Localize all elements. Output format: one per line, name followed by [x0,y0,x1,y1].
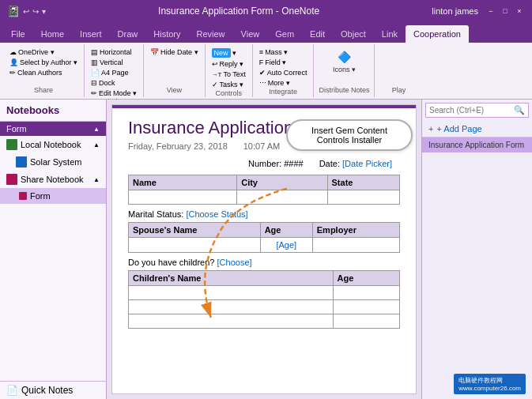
hide-date-button[interactable]: 📅 Hide Date ▾ [149,47,200,57]
sidebar-item-solar-system[interactable]: Solar System [0,153,106,171]
more-button[interactable]: ⋯ More ▾ [258,78,309,88]
collapse-local-icon: ▲ [93,141,100,149]
sidebar-quick-notes[interactable]: 📄 Quick Notes [0,381,106,399]
select-by-author-button[interactable]: 👤 Select by Author ▾ [8,58,79,67]
field-button[interactable]: F Field ▾ [258,58,309,67]
edit-mode-button[interactable]: ✏ Edit Mode ▾ [89,88,138,98]
name-cell[interactable] [129,190,237,205]
integrate-group-label: Integrate [269,88,297,97]
clean-icon: ✏ [9,69,16,77]
view-group-label: View [167,86,182,96]
marital-status-row: Marital Status: [Choose Status] [128,209,400,219]
children-row-3 [129,314,400,329]
table-row [129,190,400,205]
tasks-button[interactable]: ✓ Tasks ▾ [210,80,247,89]
child-age-1[interactable] [333,286,399,300]
local-notebook-icon [6,139,17,150]
solar-icon [16,156,27,168]
title-bar: 📓 ↩ ↪ ▾ Insurance Application Form - One… [0,0,532,22]
date-row: Date: [Date Picker] [319,159,392,168]
tab-cooperation[interactable]: Cooperation [406,25,469,43]
child-name-3[interactable] [129,314,334,329]
sidebar-item-form[interactable]: Form [0,188,106,204]
sidebar: Notebooks Form ▲ Local Notebook ▲ Solar … [0,100,107,399]
tab-view[interactable]: View [233,25,268,43]
child-name-2[interactable] [129,300,334,314]
quick-access-redo[interactable]: ↪ [32,7,39,16]
ribbon-group-play: Play [375,44,422,97]
spouse-age-cell[interactable]: [Age] [260,238,312,253]
state-cell[interactable] [327,190,399,205]
page-list-item-insurance[interactable]: Insurance Application Form [422,137,532,152]
spouse-name-cell[interactable] [129,238,261,253]
share-notebook-icon [6,174,17,185]
restore-button[interactable]: □ [499,5,511,17]
ribbon-group-distribute-content: 🔷 Icons ▾ [330,46,358,86]
controls-group-label: Controls [215,89,242,99]
to-text-button[interactable]: →T To Text [210,70,247,79]
sidebar-item-share-notebook[interactable]: Share Notebook ▲ [0,171,106,188]
ribbon-group-view-content: 📅 Hide Date ▾ [149,46,200,86]
child-name-1[interactable] [129,286,334,300]
title-bar-left: 📓 ↩ ↪ ▾ [6,5,46,17]
local-notebook-label: Local Notebook [21,140,81,149]
vertical-button[interactable]: ▥ Vertical [89,58,138,67]
auto-correct-button[interactable]: ✔ Auto Correct [258,68,309,77]
new-button[interactable]: New ▾ [210,47,247,58]
date-picker-link[interactable]: [Date Picker] [342,159,392,168]
city-cell[interactable] [237,190,327,205]
clean-authors-button[interactable]: ✏ Clean Authors [8,68,79,77]
col-name: Name [129,175,237,190]
tab-history[interactable]: History [145,25,188,43]
tab-review[interactable]: Review [189,25,233,43]
play-group-label: Play [392,86,406,96]
add-page-button[interactable]: + + Add Page [422,121,532,137]
child-age-3[interactable] [333,314,399,329]
form-label: Form [30,191,51,201]
spouse-row: [Age] [129,238,400,253]
ribbon: ☁ OneDrive ▾ 👤 Select by Author ▾ ✏ Clea… [0,43,532,100]
icons-button[interactable]: 🔷 Icons ▾ [330,47,358,74]
marital-status-link[interactable]: [Choose Status] [186,209,247,219]
tab-home[interactable]: Home [33,25,72,43]
new-icon: New [212,48,231,58]
search-input[interactable] [426,104,511,117]
ribbon-group-window-content: ▤ Horizontal ▥ Vertical 📄 A4 Page ⊟ Dock… [89,46,138,98]
sidebar-item-local-notebook[interactable]: Local Notebook ▲ [0,136,106,153]
children-link[interactable]: [Choose] [217,258,252,267]
age-link[interactable]: [Age] [276,240,296,250]
horizontal-button[interactable]: ▤ Horizontal [89,47,138,57]
close-button[interactable]: × [513,5,526,17]
ribbon-group-controls: New ▾ ↩ Reply ▾ →T To Text ✓ Tasks ▾ Con… [206,44,253,97]
tab-edit[interactable]: Edit [302,25,333,43]
page-canvas: Insert Gem Content Controls Installer In… [111,104,417,394]
tab-draw[interactable]: Draw [110,25,146,43]
employer-cell[interactable] [312,238,399,253]
search-icon: 🔍 [511,104,528,117]
watermark-line2: www.computer26.com [458,385,521,392]
sidebar-spacer [0,204,106,381]
quick-access-undo[interactable]: ↩ [23,7,29,16]
name-table: Name City State [128,175,400,205]
form-tab-label: Form [6,124,27,134]
minimize-button[interactable]: − [485,5,497,17]
tab-link[interactable]: Link [374,25,406,43]
reply-button[interactable]: ↩ Reply ▾ [210,59,247,69]
quick-access-menu[interactable]: ▾ [42,7,46,16]
dock-button[interactable]: ⊟ Dock [89,78,138,88]
ribbon-group-integrate-content: ≡ Mass ▾ F Field ▾ ✔ Auto Correct ⋯ More… [258,46,309,88]
col-city: City [237,175,327,190]
mass-button[interactable]: ≡ Mass ▾ [258,47,309,57]
page-time-value: 10:07 AM [243,141,280,151]
collapse-share-icon: ▲ [93,176,100,183]
tab-insert[interactable]: Insert [72,25,110,43]
vertical-icon: ▥ [91,58,98,66]
tab-file[interactable]: File [3,25,33,43]
child-age-2[interactable] [333,300,399,314]
tab-object[interactable]: Object [333,25,374,43]
a4-page-button[interactable]: 📄 A4 Page [89,68,138,77]
tab-gem[interactable]: Gem [267,25,302,43]
icons-icon: 🔷 [334,48,353,66]
onedrive-button[interactable]: ☁ OneDrive ▾ [8,47,79,57]
quick-notes-row: 📄 Quick Notes [6,385,100,396]
